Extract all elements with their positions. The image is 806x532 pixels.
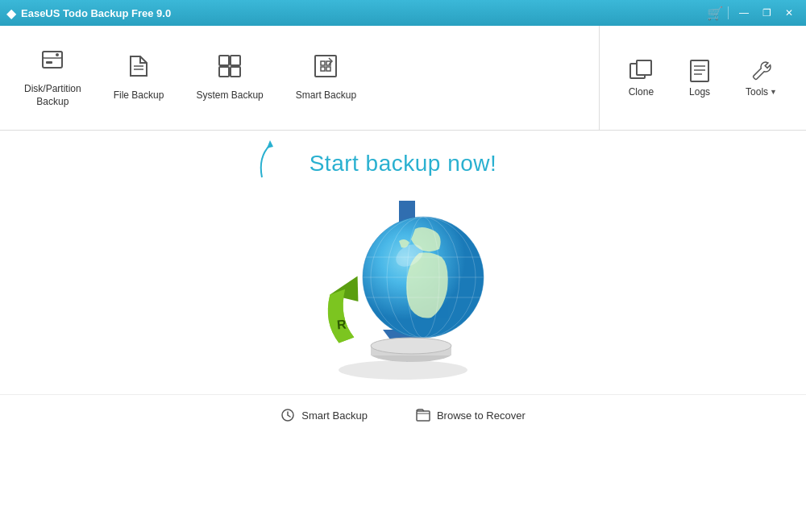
bottom-actions-bar: Smart Backup Browse to Recover <box>0 394 806 435</box>
window-controls: — ❐ ✕ <box>733 5 800 21</box>
svg-rect-3 <box>46 61 52 64</box>
logs-label: Logs <box>689 86 710 98</box>
disk-icon <box>39 47 65 78</box>
svg-text:R: R <box>336 318 347 332</box>
logs-icon <box>688 59 712 86</box>
clone-label: Clone <box>629 86 654 98</box>
svg-marker-19 <box>267 140 273 148</box>
system-backup-button[interactable]: System Backup <box>180 45 279 110</box>
svg-rect-0 <box>43 52 62 68</box>
globe-illustration: R Backup <box>274 185 532 394</box>
curved-arrow-decoration <box>238 137 286 185</box>
close-button[interactable]: ✕ <box>779 5 800 21</box>
restore-button[interactable]: ❐ <box>756 5 777 21</box>
app-logo: ◆ <box>6 6 16 21</box>
main-container: Disk/PartitionBackup File Backup <box>0 26 806 532</box>
logs-button[interactable]: Logs <box>675 51 725 106</box>
start-backup-title: Start backup now! <box>310 151 497 177</box>
svg-point-2 <box>56 53 59 56</box>
system-icon <box>217 53 243 85</box>
toolbar: Disk/PartitionBackup File Backup <box>0 26 806 131</box>
file-backup-button[interactable]: File Backup <box>98 45 181 110</box>
clone-button[interactable]: Clone <box>616 51 667 106</box>
minimize-button[interactable]: — <box>733 5 754 21</box>
toolbar-left: Disk/PartitionBackup File Backup <box>0 26 600 130</box>
browse-to-recover-button[interactable]: Browse to Recover <box>416 408 526 422</box>
disk-backup-label: Disk/PartitionBackup <box>24 83 81 108</box>
svg-point-20 <box>339 360 467 380</box>
svg-rect-15 <box>691 60 708 81</box>
tools-label-row: Tools ▼ <box>746 86 777 98</box>
svg-rect-1 <box>43 52 62 58</box>
tools-icon <box>750 59 774 86</box>
tools-button[interactable]: Tools ▼ <box>733 51 790 106</box>
svg-rect-13 <box>637 60 651 75</box>
browse-recover-icon <box>416 408 430 422</box>
cart-icon[interactable]: 🛒 <box>707 6 723 21</box>
svg-rect-6 <box>219 56 229 65</box>
svg-rect-7 <box>231 56 240 65</box>
clone-icon <box>629 59 653 86</box>
titlebar-separator <box>728 6 729 19</box>
system-backup-label: System Backup <box>196 89 263 102</box>
smart-backup-action-button[interactable]: Smart Backup <box>280 408 368 422</box>
tools-dropdown-arrow: ▼ <box>770 88 777 96</box>
svg-rect-10 <box>315 56 336 77</box>
smart-backup-label: Smart Backup <box>296 89 356 102</box>
globe-svg: R Backup <box>274 185 532 394</box>
svg-rect-37 <box>417 411 430 421</box>
file-backup-label: File Backup <box>114 89 164 102</box>
app-title: EaseUS Todo Backup Free 9.0 <box>21 7 707 19</box>
svg-rect-9 <box>231 67 240 77</box>
smart-backup-button[interactable]: Smart Backup <box>280 45 372 110</box>
disk-partition-backup-button[interactable]: Disk/PartitionBackup <box>8 39 98 116</box>
svg-rect-8 <box>219 67 229 77</box>
smart-icon <box>313 53 339 85</box>
toolbar-right: Clone Logs <box>600 26 806 130</box>
smart-backup-action-label: Smart Backup <box>301 409 368 422</box>
file-icon <box>126 53 152 85</box>
titlebar: ◆ EaseUS Todo Backup Free 9.0 🛒 — ❐ ✕ <box>0 0 806 26</box>
smart-backup-action-icon <box>280 408 295 422</box>
browse-recover-label: Browse to Recover <box>437 409 526 422</box>
content-area: Start backup now! R Backup <box>0 131 806 532</box>
tools-label: Tools <box>746 86 768 98</box>
